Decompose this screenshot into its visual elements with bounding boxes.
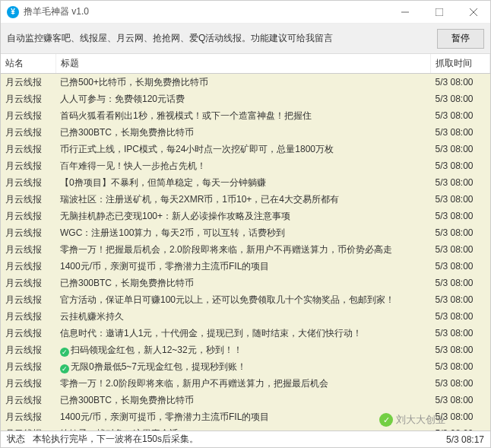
table-row[interactable]: 月云线报1400元/币，亲测可提币，零撸潜力主流币FIL的项目5/3 08:00 (1, 258, 490, 275)
pause-button[interactable]: 暂停 (437, 29, 484, 49)
cell-title: 首码火狐看看刚出1秒，雅视模式！或下一个造富神盘！把握住 (55, 107, 431, 124)
cell-title: 百年难得一见！快人一步抢占先机！ (55, 157, 431, 174)
cell-site: 月云线报 (1, 358, 55, 375)
cell-title: WGC：注册送100算力，每天2币，可以互转，话费秒到 (55, 224, 431, 241)
cell-title: 1400元/币，亲测可提币，零撸潜力主流币FIL的项目 (55, 258, 431, 275)
cell-site: 月云线报 (1, 291, 55, 308)
toolbar-description: 自动监控赚客吧、线报屋、月云网、抢抢网、爱Q活动线报。功能建议可给我留言 (7, 32, 437, 45)
cell-title: 已撸500+比特币，长期免费撸比特币 (55, 74, 431, 91)
cell-site: 月云线报 (1, 308, 55, 325)
toolbar: 自动监控赚客吧、线报屋、月云网、抢抢网、爱Q活动线报。功能建议可给我留言 暂停 (1, 24, 490, 54)
cell-site: 月云线报 (1, 157, 55, 174)
cell-site: 月云线报 (1, 74, 55, 91)
table-row[interactable]: 月云线报✓无限0撸最低5~7元现金红包，提现秒到账！5/3 08:00 (1, 358, 490, 375)
cell-time: 5/3 08:00 (431, 124, 490, 141)
cell-title: 已撸300BTC，长期免费撸比特币 (55, 392, 431, 408)
cell-time: 5/3 08:00 (431, 258, 490, 275)
close-button[interactable] (456, 1, 490, 24)
cell-site: 月云线报 (1, 258, 55, 275)
cell-site: 月云线报 (1, 375, 55, 392)
cell-time: 5/3 08:00 (431, 358, 490, 375)
cell-time: 5/3 08:00 (431, 241, 490, 258)
table-row[interactable]: 月云线报【0撸项目】不暴利，但简单稳定，每天一分钟躺赚5/3 08:00 (1, 174, 490, 191)
table-row[interactable]: 月云线报约妹子，找对象，这里真合适5/3 08:00 (1, 425, 490, 431)
cell-site: 月云线报 (1, 241, 55, 258)
table-row[interactable]: 月云线报首码火狐看看刚出1秒，雅视模式！或下一个造富神盘！把握住5/3 08:0… (1, 107, 490, 124)
table-row[interactable]: 月云线报已撸300BTC，长期免费撸比特币5/3 08:00 (1, 392, 490, 408)
table-row[interactable]: 月云线报云挂机赚米持久5/3 08:00 (1, 308, 490, 325)
window-title: 撸羊毛神器 v1.0 (24, 5, 388, 18)
cell-title: 约妹子，找对象，这里真合适 (55, 425, 431, 431)
cell-time: 5/3 08:00 (431, 392, 490, 408)
table-row[interactable]: 月云线报官方活动，保证单日可赚100元以上，还可以免费领取几十个实物奖品，包邮到… (1, 291, 490, 308)
cell-time: 5/3 08:00 (431, 224, 490, 241)
maximize-button[interactable] (422, 1, 456, 24)
cell-title: ✓扫码领现金红包，新人12~32元，秒到！！ (55, 342, 431, 358)
cell-site: 月云线报 (1, 224, 55, 241)
cell-time: 5/3 08:00 (431, 174, 490, 191)
minimize-button[interactable] (388, 1, 422, 24)
cell-title: 信息时代：邀请1人1元，十代佣金，提现已到，随时结束，大佬们快行动！ (55, 325, 431, 342)
table-row[interactable]: 月云线报✓扫码领现金红包，新人12~32元，秒到！！5/3 08:00 (1, 342, 490, 358)
col-header-time[interactable]: 抓取时间 (431, 54, 490, 74)
cell-time: 5/3 08:00 (431, 342, 490, 358)
cell-site: 月云线报 (1, 141, 55, 157)
cell-title: 已撸300BTC，长期免费撸比特币 (55, 275, 431, 291)
cell-site: 月云线报 (1, 174, 55, 191)
cell-site: 月云线报 (1, 208, 55, 224)
cell-time: 5/3 08:00 (431, 375, 490, 392)
cell-time: 5/3 08:00 (431, 425, 490, 431)
titlebar: ¥ 撸羊毛神器 v1.0 (1, 1, 490, 24)
cell-site: 月云线报 (1, 342, 55, 358)
cell-site: 月云线报 (1, 425, 55, 431)
col-header-title[interactable]: 标题 (55, 54, 431, 74)
cell-time: 5/3 08:00 (431, 308, 490, 325)
cell-site: 月云线报 (1, 275, 55, 291)
table-row[interactable]: 月云线报已撸300BTC，长期免费撸比特币5/3 08:00 (1, 275, 490, 291)
cell-title: 零撸一万！把握最后机会，2.0阶段即将来临，新用户不再赠送算力，币价势必高走 (55, 241, 431, 258)
cell-title: 币行正式上线，IPC模式，每24小时点一次挖矿即可，总量1800万枚 (55, 141, 431, 157)
cell-time: 5/3 08:00 (431, 107, 490, 124)
cell-title: 已撸300BTC，长期免费撸比特币 (55, 124, 431, 141)
table-row[interactable]: 月云线报零撸一万！2.0阶段即将来临，新用户不再赠送算力，把握最后机会5/3 0… (1, 375, 490, 392)
green-dot-icon: ✓ (60, 348, 69, 357)
col-header-site[interactable]: 站名 (1, 54, 55, 74)
app-icon: ¥ (7, 6, 19, 18)
cell-time: 5/3 08:00 (431, 191, 490, 208)
table-row[interactable]: 月云线报百年难得一见！快人一步抢占先机！5/3 08:00 (1, 157, 490, 174)
cell-title: 无脑挂机静态已变现100+：新人必读操作攻略及注意事项 (55, 208, 431, 224)
table-row[interactable]: 月云线报信息时代：邀请1人1元，十代佣金，提现已到，随时结束，大佬们快行动！5/… (1, 325, 490, 342)
table-row[interactable]: 月云线报已撸500+比特币，长期免费撸比特币5/3 08:00 (1, 74, 490, 91)
status-message: 本轮执行完毕，下一波将在150s后采集。 (33, 433, 446, 446)
table-row[interactable]: 月云线报WGC：注册送100算力，每天2币，可以互转，话费秒到5/3 08:00 (1, 224, 490, 241)
table-row[interactable]: 月云线报币行正式上线，IPC模式，每24小时点一次挖矿即可，总量1800万枚5/… (1, 141, 490, 157)
status-label: 状态 (7, 433, 25, 446)
cell-site: 月云线报 (1, 107, 55, 124)
cell-time: 5/3 08:00 (431, 74, 490, 91)
cell-time: 5/3 08:00 (431, 325, 490, 342)
table-row[interactable]: 月云线报人人可参与：免费领120元话费5/3 08:00 (1, 91, 490, 107)
green-dot-icon: ✓ (60, 364, 69, 373)
cell-time: 5/3 08:00 (431, 91, 490, 107)
cell-site: 月云线报 (1, 91, 55, 107)
cell-time: 5/3 08:00 (431, 208, 490, 224)
cell-time: 5/3 08:00 (431, 275, 490, 291)
status-bar: 状态 本轮执行完毕，下一波将在150s后采集。 5/3 08:17 (1, 431, 490, 447)
table-row[interactable]: 月云线报无脑挂机静态已变现100+：新人必读操作攻略及注意事项5/3 08:00 (1, 208, 490, 224)
svg-rect-1 (436, 8, 443, 16)
cell-title: 【0撸项目】不暴利，但简单稳定，每天一分钟躺赚 (55, 174, 431, 191)
cell-title: 瑞波社区：注册送矿机，每天2XMR币，1币10+，已在4大交易所都有 (55, 191, 431, 208)
cell-time: 5/3 08:00 (431, 408, 490, 425)
cell-title: 云挂机赚米持久 (55, 308, 431, 325)
table-row[interactable]: 月云线报瑞波社区：注册送矿机，每天2XMR币，1币10+，已在4大交易所都有5/… (1, 191, 490, 208)
status-clock: 5/3 08:17 (446, 434, 484, 445)
feed-table: 站名 标题 抓取时间 月云线报已撸500+比特币，长期免费撸比特币5/3 08:… (1, 54, 490, 431)
table-row[interactable]: 月云线报1400元/币，亲测可提币，零撸潜力主流币FIL的项目5/3 08:00 (1, 408, 490, 425)
cell-site: 月云线报 (1, 392, 55, 408)
table-row[interactable]: 月云线报零撸一万！把握最后机会，2.0阶段即将来临，新用户不再赠送算力，币价势必… (1, 241, 490, 258)
cell-title: 官方活动，保证单日可赚100元以上，还可以免费领取几十个实物奖品，包邮到家！ (55, 291, 431, 308)
table-row[interactable]: 月云线报已撸300BTC，长期免费撸比特币5/3 08:00 (1, 124, 490, 141)
cell-time: 5/3 08:00 (431, 291, 490, 308)
cell-site: 月云线报 (1, 191, 55, 208)
table-scroll[interactable]: 站名 标题 抓取时间 月云线报已撸500+比特币，长期免费撸比特币5/3 08:… (1, 54, 490, 431)
